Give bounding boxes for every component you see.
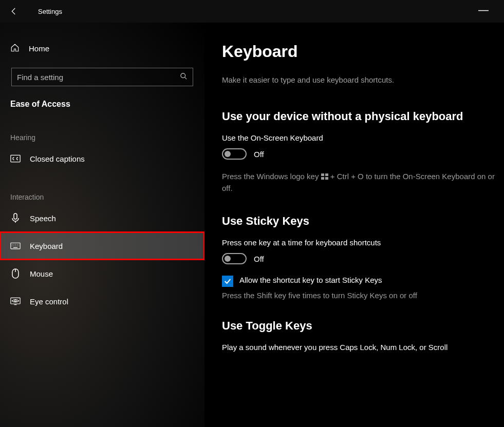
svg-rect-1 [11, 155, 20, 162]
microphone-icon [10, 213, 21, 223]
category-title: Ease of Access [0, 86, 204, 113]
group-hearing: Hearing [0, 113, 204, 145]
section-toggle-keys-heading: Use Toggle Keys [222, 319, 498, 333]
section-physical-keyboard-heading: Use your device without a physical keybo… [222, 110, 498, 123]
onscreen-keyboard-toggle[interactable] [222, 148, 247, 160]
sticky-keys-toggle[interactable] [222, 253, 247, 264]
sidebar: Home Ease of Access Hearing Closed capti… [0, 23, 204, 427]
svg-point-0 [181, 73, 185, 78]
nav-eye-control[interactable]: Eye control [0, 287, 204, 315]
onscreen-keyboard-hint: Press the Windows logo key + Ctrl + O to… [222, 171, 498, 194]
eye-control-icon [10, 297, 21, 305]
svg-rect-2 [14, 214, 17, 219]
sticky-keys-shortcut-label: Allow the shortcut key to start Sticky K… [239, 276, 382, 284]
sticky-keys-state: Off [254, 255, 264, 263]
closed-captions-icon [10, 154, 21, 163]
search-input[interactable] [17, 73, 180, 82]
window-title: Settings [38, 8, 62, 15]
page-title: Keyboard [222, 42, 498, 61]
search-box[interactable] [11, 68, 193, 86]
sticky-keys-hint: Press the Shift key five times to turn S… [222, 290, 498, 302]
sticky-keys-label: Press one key at a time for keyboard sho… [222, 238, 498, 247]
windows-key-icon [321, 173, 328, 180]
nav-speech[interactable]: Speech [0, 204, 204, 232]
back-button[interactable] [9, 7, 24, 16]
onscreen-keyboard-label: Use the On-Screen Keyboard [222, 133, 498, 142]
nav-mouse[interactable]: Mouse [0, 260, 204, 287]
page-subtitle: Make it easier to type and use keyboard … [222, 75, 498, 84]
nav-keyboard-label: Keyboard [30, 242, 63, 250]
section-sticky-keys-heading: Use Sticky Keys [222, 215, 498, 228]
sticky-keys-shortcut-checkbox[interactable] [222, 276, 233, 287]
nav-closed-captions-label: Closed captions [30, 154, 85, 163]
nav-speech-label: Speech [30, 214, 56, 223]
nav-home-label: Home [29, 44, 49, 53]
onscreen-keyboard-state: Off [254, 150, 264, 159]
nav-mouse-label: Mouse [30, 269, 53, 278]
nav-eye-control-label: Eye control [30, 297, 68, 306]
content-area: Keyboard Make it easier to type and use … [204, 23, 504, 427]
nav-keyboard[interactable]: Keyboard [0, 232, 204, 260]
search-icon [180, 72, 188, 82]
nav-closed-captions[interactable]: Closed captions [0, 145, 204, 172]
minimize-button[interactable]: — [478, 4, 489, 19]
nav-home[interactable]: Home [0, 36, 204, 61]
titlebar: Settings — [0, 0, 504, 23]
keyboard-icon [10, 242, 21, 249]
toggle-keys-desc: Play a sound whenever you press Caps Loc… [222, 343, 498, 352]
mouse-icon [10, 268, 21, 279]
svg-point-6 [14, 300, 16, 302]
group-interaction: Interaction [0, 172, 204, 204]
home-icon [10, 43, 20, 54]
